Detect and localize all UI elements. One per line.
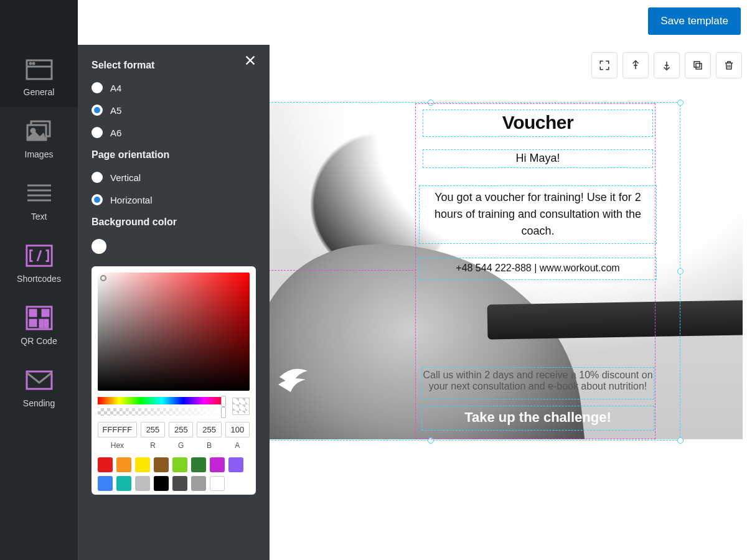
swatch[interactable]: [210, 476, 225, 491]
guide-line: [268, 270, 416, 271]
svg-rect-20: [40, 324, 43, 327]
r-input[interactable]: [141, 422, 165, 437]
r-label: R: [150, 441, 156, 450]
sidebar-item-text[interactable]: Text: [0, 169, 78, 231]
orientation-heading: Page orientation: [92, 149, 256, 161]
radio-label: A5: [110, 105, 121, 116]
svg-rect-15: [30, 310, 36, 316]
svg-rect-22: [27, 371, 52, 389]
swatch[interactable]: [172, 457, 187, 472]
svg-rect-21: [45, 324, 48, 327]
voucher-contact[interactable]: +48 544 222-888 | www.workout.com: [419, 263, 657, 274]
svg-rect-0: [696, 63, 702, 69]
swatch[interactable]: [210, 457, 225, 472]
swatch[interactable]: [98, 457, 113, 472]
sidebar-item-qrcode[interactable]: QR Code: [0, 294, 78, 356]
radio-icon: [92, 194, 103, 205]
svg-point-4: [30, 63, 31, 64]
main-sidebar: General Images Text Shortcodes QR Code S…: [0, 0, 78, 560]
save-template-button[interactable]: Save template: [648, 7, 741, 35]
a-label: A: [235, 441, 240, 450]
close-panel-button[interactable]: [243, 54, 258, 68]
sidebar-item-label: Sending: [23, 398, 55, 408]
fullscreen-button[interactable]: [591, 52, 618, 78]
send-back-button[interactable]: [654, 52, 680, 78]
swatch[interactable]: [191, 476, 206, 491]
sidebar-item-label: General: [24, 87, 55, 97]
svg-rect-17: [30, 320, 36, 326]
swatch[interactable]: [135, 476, 150, 491]
alpha-slider[interactable]: [98, 408, 226, 416]
hex-input[interactable]: [98, 422, 137, 437]
sidebar-item-label: Shortcodes: [17, 274, 61, 284]
format-option-a6[interactable]: A6: [92, 127, 256, 138]
swatch[interactable]: [116, 476, 131, 491]
radio-label: Vertical: [110, 172, 141, 183]
swatch[interactable]: [98, 476, 113, 491]
sidebar-item-label: QR Code: [21, 336, 57, 346]
color-indicator[interactable]: [100, 275, 106, 281]
radio-icon: [92, 105, 103, 116]
images-icon: [24, 118, 54, 144]
color-picker: Hex R G B A: [92, 266, 256, 495]
bgcolor-heading: Background color: [92, 217, 256, 228]
bring-front-button[interactable]: [622, 52, 649, 78]
duplicate-button[interactable]: [685, 52, 711, 78]
orientation-option-vertical[interactable]: Vertical: [92, 172, 256, 183]
voucher-desc[interactable]: You got a voucher for training! Use it f…: [424, 189, 652, 240]
voucher-greeting[interactable]: Hi Maya!: [423, 152, 653, 165]
sidebar-item-general[interactable]: General: [0, 45, 78, 107]
qr-icon: [24, 305, 54, 331]
sidebar-item-sending[interactable]: Sending: [0, 356, 78, 418]
radio-label: A4: [110, 83, 121, 93]
svg-rect-18: [40, 320, 43, 323]
radio-icon: [92, 172, 103, 183]
svg-rect-1: [694, 62, 700, 67]
delete-button[interactable]: [716, 52, 742, 78]
mail-icon: [24, 367, 54, 393]
svg-rect-19: [45, 320, 48, 323]
swatch[interactable]: [154, 476, 169, 491]
sidebar-header-spacer: [0, 0, 78, 45]
g-input[interactable]: [169, 422, 193, 437]
swatch[interactable]: [172, 476, 187, 491]
sidebar-item-label: Text: [31, 212, 47, 222]
svg-rect-16: [42, 310, 49, 316]
orientation-option-horizontal[interactable]: Horizontal: [92, 194, 256, 205]
general-settings-panel: Select format A4 A5 A6 Page orientation …: [78, 45, 270, 560]
voucher-cta-top[interactable]: Call us within 2 days and receive a 10% …: [421, 370, 654, 392]
sidebar-item-label: Images: [25, 149, 54, 159]
b-input[interactable]: [197, 422, 221, 437]
hue-slider[interactable]: [98, 397, 226, 404]
format-option-a5[interactable]: A5: [92, 105, 256, 116]
bgcolor-swatch[interactable]: [92, 239, 106, 254]
swatch[interactable]: [135, 457, 150, 472]
radio-label: A6: [110, 128, 121, 138]
radio-icon: [92, 82, 103, 93]
hex-label: Hex: [111, 441, 124, 450]
color-swatches: [98, 457, 250, 491]
swatch[interactable]: [228, 457, 243, 472]
shortcode-icon: [24, 243, 54, 269]
sidebar-item-shortcodes[interactable]: Shortcodes: [0, 231, 78, 294]
format-heading: Select format: [92, 60, 256, 71]
format-option-a4[interactable]: A4: [92, 82, 256, 93]
color-preview: [232, 398, 250, 415]
color-saturation-area[interactable]: [98, 273, 250, 391]
voucher-title[interactable]: Voucher: [423, 112, 653, 133]
voucher-canvas[interactable]: Voucher Hi Maya! You got a voucher for t…: [270, 103, 743, 439]
b-label: B: [207, 441, 212, 450]
swatch[interactable]: [191, 457, 206, 472]
swatch[interactable]: [116, 457, 131, 472]
radio-label: Horizontal: [110, 195, 153, 205]
canvas-toolbar: [591, 52, 742, 78]
a-input[interactable]: [225, 422, 250, 437]
sidebar-item-images[interactable]: Images: [0, 107, 78, 169]
text-lines-icon: [24, 180, 54, 207]
g-label: G: [178, 441, 184, 450]
voucher-cta[interactable]: Take up the challenge!: [421, 409, 654, 426]
radio-icon: [92, 127, 103, 138]
swatch[interactable]: [154, 457, 169, 472]
canvas-area: Voucher Hi Maya! You got a voucher for t…: [270, 45, 747, 560]
svg-point-5: [33, 63, 34, 64]
